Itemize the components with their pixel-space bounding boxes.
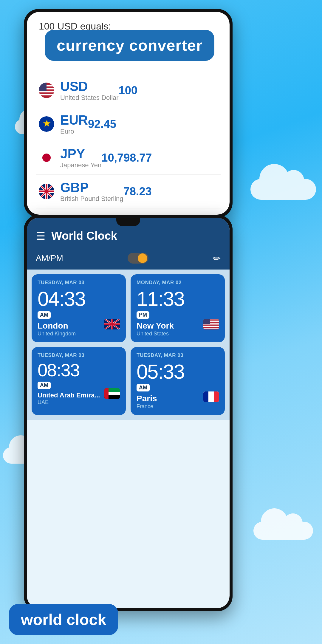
uae-time: 08:33 [38, 361, 120, 379]
usd-info: USD United States Dollar [60, 79, 119, 102]
jpy-name: Japanese Yen [60, 161, 101, 169]
eur-code: EUR [60, 113, 88, 127]
svg-rect-50 [203, 391, 208, 402]
currency-banner-text: currency converter [57, 37, 202, 54]
world-clock-label: world clock [9, 604, 118, 635]
svg-rect-51 [214, 391, 219, 402]
usd-code: USD [60, 79, 88, 94]
uae-city: United Arab Emira... [38, 391, 100, 399]
clock-grid: TUESDAY, MAR 03 04:33 AM London United K… [27, 270, 230, 420]
london-location: AM London United Kingdom [38, 311, 76, 337]
newyork-date: MONDAY, MAR 02 [137, 280, 219, 286]
london-time: 04:33 [38, 289, 120, 309]
currency-item-usd[interactable]: USD United States Dollar 100 [36, 74, 221, 107]
jpy-code: JPY [60, 146, 85, 161]
uae-footer: AM United Arab Emira... UAE [38, 382, 120, 405]
usd-flag [39, 83, 54, 98]
paris-time: 05:33 [137, 361, 219, 382]
clock-card-newyork[interactable]: MONDAY, MAR 02 11:33 PM New York United … [131, 274, 225, 342]
eur-value: 92.45 [88, 118, 116, 131]
svg-rect-43 [203, 328, 219, 329]
eur-name: Euro [60, 128, 88, 135]
phone-notch [116, 218, 140, 226]
cloud-4 [253, 522, 313, 540]
london-ampm: AM [38, 311, 51, 319]
world-clock-label-text: world clock [21, 611, 106, 628]
svg-rect-3 [39, 91, 54, 92]
usd-value: 100 [119, 84, 137, 97]
currency-item-aud[interactable]: AUD Australian Dollar 153.18 [36, 208, 221, 215]
gbp-info: GBP British Pound Sterling [60, 180, 123, 203]
paris-footer: AM Paris France [137, 384, 219, 410]
london-city: London [38, 321, 76, 331]
newyork-country: United States [137, 331, 174, 337]
uae-ampm: AM [38, 382, 51, 389]
gbp-value: 78.23 [123, 185, 152, 198]
svg-rect-44 [203, 319, 210, 324]
eur-flag: ★ [39, 116, 54, 132]
clock-card-uae[interactable]: TUESDAY, MAR 03 08:33 AM United Arab Emi… [32, 347, 126, 415]
newyork-footer: PM New York United States [137, 311, 219, 337]
phone-currency-converter: currency converter 100 USD equals: [24, 9, 233, 218]
paris-location: AM Paris France [137, 384, 157, 410]
svg-rect-41 [203, 324, 219, 325]
uae-date: TUESDAY, MAR 03 [38, 352, 120, 358]
edit-icon[interactable]: ✏ [213, 253, 221, 264]
world-clock-title: World Clock [51, 230, 117, 242]
paris-city: Paris [137, 394, 157, 403]
svg-rect-48 [104, 388, 109, 399]
jpy-info: JPY Japanese Yen [60, 146, 101, 169]
svg-text:★: ★ [43, 119, 51, 128]
london-footer: AM London United Kingdom [38, 311, 120, 337]
clock-card-london[interactable]: TUESDAY, MAR 03 04:33 AM London United K… [32, 274, 126, 342]
ampm-label: AM/PM [36, 253, 63, 263]
toggle-track[interactable] [128, 253, 148, 264]
france-flag [203, 391, 219, 402]
gbp-name: British Pound Sterling [60, 195, 123, 203]
newyork-time: 11:33 [137, 289, 219, 309]
uae-country: UAE [38, 399, 100, 405]
ampm-bar: AM/PM ✏ [27, 248, 230, 270]
uae-location: AM United Arab Emira... UAE [38, 382, 100, 405]
paris-ampm: AM [137, 384, 150, 391]
ampm-toggle[interactable] [128, 253, 148, 264]
jpy-value: 10,798.77 [101, 151, 152, 164]
gbp-flag [39, 184, 54, 199]
svg-point-10 [42, 154, 51, 162]
london-date: TUESDAY, MAR 03 [38, 280, 120, 286]
svg-rect-42 [203, 326, 219, 327]
paris-date: TUESDAY, MAR 03 [137, 352, 219, 358]
hamburger-icon[interactable]: ☰ [36, 230, 45, 242]
newyork-ampm: PM [137, 311, 149, 319]
jpy-flag [39, 150, 54, 165]
phone1-screen: currency converter 100 USD equals: [27, 12, 230, 215]
usd-name: United States Dollar [60, 94, 119, 102]
paris-country: France [137, 403, 157, 410]
currency-item-gbp[interactable]: GBP British Pound Sterling 78.23 [36, 175, 221, 208]
currency-list: USD United States Dollar 100 ★ EUR Euro … [27, 74, 230, 215]
svg-rect-5 [39, 83, 47, 91]
newyork-location: PM New York United States [137, 311, 174, 337]
svg-rect-4 [39, 94, 54, 95]
eur-info: EUR Euro [60, 113, 88, 135]
phone-world-clock: ☰ World Clock AM/PM ✏ TUESDAY, MAR 03 04… [24, 215, 233, 611]
toggle-thumb [138, 253, 147, 263]
phone2-screen: ☰ World Clock AM/PM ✏ TUESDAY, MAR 03 04… [27, 218, 230, 608]
clock-card-paris[interactable]: TUESDAY, MAR 03 05:33 AM Paris France [131, 347, 225, 415]
uae-flag [104, 388, 120, 399]
currency-item-jpy[interactable]: JPY Japanese Yen 10,798.77 [36, 141, 221, 175]
london-country: United Kingdom [38, 331, 76, 337]
gbp-code: GBP [60, 180, 89, 195]
currency-item-eur[interactable]: ★ EUR Euro 92.45 [36, 107, 221, 141]
currency-converter-banner: currency converter [45, 30, 214, 61]
cloud-1 [250, 179, 316, 200]
us-flag [203, 319, 219, 329]
uk-flag [104, 319, 120, 329]
newyork-city: New York [137, 321, 174, 331]
